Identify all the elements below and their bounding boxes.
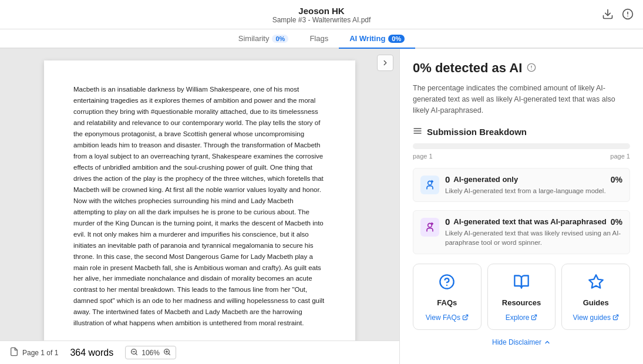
ai-pct-1: 0% <box>611 217 622 227</box>
svg-line-5 <box>136 353 137 355</box>
zoom-controls: 106% <box>125 346 176 359</box>
breakdown-item-0-content: 0 AI-generated only 0% Likely AI-generat… <box>445 174 622 196</box>
ai-paraphrased-icon <box>420 218 439 237</box>
word-count: 364 words <box>70 348 113 358</box>
ai-pct-0: 0% <box>611 175 622 184</box>
page-info: Page 1 of 1 <box>9 347 58 358</box>
ai-count-1: 0 <box>445 217 450 227</box>
breakdown-item-0: 0 AI-generated only 0% Likely AI-generat… <box>413 168 630 202</box>
ai-label-0: AI-generated only <box>453 175 518 184</box>
document-title: Jeoson HK <box>0 6 643 16</box>
breakdown-icon <box>413 126 422 137</box>
tab-similarity[interactable]: Similarity 0% <box>228 29 299 49</box>
ai-generated-icon <box>420 176 439 194</box>
page-label-right: page 1 <box>610 153 630 160</box>
ai-sublabel-1: Likely AI-generated text that was likely… <box>445 228 622 247</box>
page-label-left: page 1 <box>413 153 433 160</box>
ai-percent-label: 0% detected as AI <box>413 60 522 76</box>
svg-line-26 <box>615 315 618 318</box>
resources-icon <box>495 274 548 294</box>
ai-info-icon[interactable] <box>527 63 536 74</box>
paragraph-1: Macbeth is an insatiable darkness by Wil… <box>73 84 326 329</box>
svg-marker-25 <box>589 275 602 288</box>
download-button[interactable] <box>602 8 614 20</box>
ai-count-0: 0 <box>445 174 450 184</box>
breakdown-item-1-content: 0 AI-generated text that was AI-paraphra… <box>445 217 622 247</box>
svg-line-24 <box>534 315 537 318</box>
zoom-out-button[interactable] <box>130 348 138 357</box>
resources-card[interactable]: Resources Explore <box>487 264 556 330</box>
guides-card[interactable]: Guides View guides <box>561 264 630 330</box>
tab-flags[interactable]: Flags <box>299 29 339 49</box>
faq-card[interactable]: FAQs View FAQs <box>413 264 482 330</box>
ai-writing-panel: 0% detected as AI The percentage indicat… <box>399 49 643 364</box>
ai-description: The percentage indicates the combined am… <box>413 83 630 116</box>
zoom-level: 106% <box>142 349 160 357</box>
svg-line-8 <box>169 353 170 355</box>
ai-label-1: AI-generated text that was AI-paraphrase… <box>453 217 606 226</box>
svg-line-23 <box>464 315 467 318</box>
tab-ai-writing[interactable]: AI Writing 0% <box>339 29 415 49</box>
breakdown-bar <box>413 143 630 149</box>
resources-link[interactable]: Explore <box>506 314 538 322</box>
faq-icon <box>420 274 474 294</box>
document-scroll: Macbeth is an insatiable darkness by Wil… <box>0 49 399 341</box>
faq-title: FAQs <box>420 298 474 307</box>
document-subtitle: Sample #3 - Walterwrites AI.pdf <box>0 16 643 24</box>
breakdown-item-1: 0 AI-generated text that was AI-paraphra… <box>413 210 630 254</box>
breakdown-header: Submission Breakdown <box>413 126 630 137</box>
guides-title: Guides <box>569 298 622 307</box>
hide-disclaimer-text: Hide Disclaimer <box>492 338 541 346</box>
faq-link[interactable]: View FAQs <box>426 314 469 322</box>
resource-cards: FAQs View FAQs Resources Explore <box>413 264 630 330</box>
zoom-in-button[interactable] <box>163 348 171 357</box>
ai-sublabel-0: Likely AI-generated text from a large-la… <box>445 186 622 196</box>
resources-title: Resources <box>495 298 548 307</box>
hide-disclaimer-button[interactable]: Hide Disclaimer <box>413 338 630 346</box>
guides-icon <box>569 274 622 294</box>
info-button[interactable] <box>622 8 634 20</box>
expand-button[interactable] <box>377 55 393 71</box>
page-label: Page 1 of 1 <box>22 349 58 357</box>
breakdown-title: Submission Breakdown <box>427 127 527 137</box>
breakdown-page-labels: page 1 page 1 <box>413 153 630 160</box>
document-footer: Page 1 of 1 364 words 106% <box>0 341 399 364</box>
guides-link[interactable]: View guides <box>573 314 619 322</box>
ai-detection-heading: 0% detected as AI <box>413 60 630 76</box>
document-page: Macbeth is an insatiable darkness by Wil… <box>44 60 355 341</box>
page-icon <box>9 347 19 358</box>
tab-bar: Similarity 0% Flags AI Writing 0% <box>0 29 643 49</box>
document-panel: Macbeth is an insatiable darkness by Wil… <box>0 49 399 364</box>
